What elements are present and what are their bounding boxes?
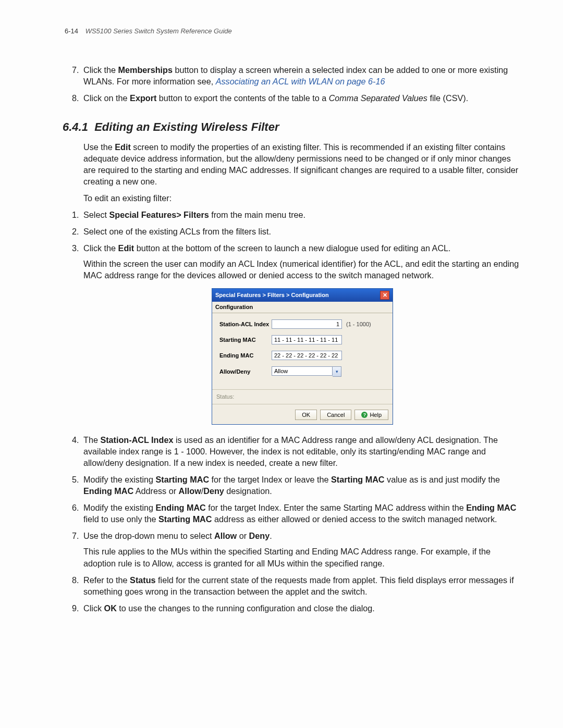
list-item: 7. Use the drop-down menu to select Allo… [83,530,521,569]
page-number: 6-14 [65,27,78,35]
list-item: 9. Click OK to use the changes to the ru… [83,602,521,614]
list-item: 2. Select one of the existing ACLs from … [83,226,521,237]
allow-deny-value[interactable] [272,366,333,376]
section-heading: 6.4.1 Editing an Existing Wireless Filte… [63,119,521,135]
starting-mac-input[interactable] [272,335,342,344]
list-item: 6. Modify the existing Ending MAC for th… [83,502,521,525]
list-item: 7. Click the Memberships button to displ… [83,64,521,87]
help-icon: ? [361,412,368,418]
chevron-down-icon[interactable]: ▾ [333,366,341,377]
cross-ref-link[interactable]: Associating an ACL with WLAN on page 6-1… [216,77,385,86]
divider [212,404,393,404]
row-end-mac: Ending MAC [219,351,385,360]
filter-config-dialog: Special Features > Filters > Configurati… [212,288,393,425]
row-index: Station-ACL Index (1 - 1000) [219,319,385,329]
index-range-hint: (1 - 1000) [346,320,371,328]
form: Station-ACL Index (1 - 1000) Starting MA… [212,313,393,387]
step-note: This rule applies to the MUs within the … [83,546,521,569]
dialog-subheader: Configuration [212,302,393,313]
list-item: 8. Refer to the Status field for the cur… [83,574,521,597]
label-start-mac: Starting MAC [219,336,272,344]
intro-paragraph: Use the Edit screen to modify the proper… [83,141,521,187]
content: 7. Click the Memberships button to displ… [63,64,521,614]
close-button[interactable]: ✕ [380,291,389,300]
allow-deny-select[interactable]: ▾ [272,366,341,377]
label-index: Station-ACL Index [219,320,272,328]
ok-button[interactable]: OK [295,410,317,420]
label-end-mac: Ending MAC [219,352,272,360]
divider [212,389,393,390]
button-row: OK Cancel ? Help [212,406,393,424]
list-item: 3. Click the Edit button at the bottom o… [83,242,521,425]
dialog-title: Special Features > Filters > Configurati… [215,291,329,299]
cancel-button[interactable]: Cancel [320,410,351,420]
list-top: 7. Click the Memberships button to displ… [63,64,521,104]
running-header: 6-14 WS5100 Series Switch System Referen… [65,27,532,35]
status-label: Status: [212,392,393,402]
list-item: 8. Click on the Export button to export … [83,92,521,104]
row-start-mac: Starting MAC [219,335,385,344]
list-item: 5. Modify the existing Starting MAC for … [83,474,521,497]
row-allow-deny: Allow/Deny ▾ [219,366,385,377]
page: 6-14 WS5100 Series Switch System Referen… [0,0,563,728]
lead-in: To edit an existing filter: [83,192,521,204]
doc-title: WS5100 Series Switch System Reference Gu… [85,27,232,35]
station-acl-index-input[interactable] [272,319,342,329]
label-allow-deny: Allow/Deny [219,368,272,376]
dialog-screenshot: Special Features > Filters > Configurati… [83,288,521,425]
help-button[interactable]: ? Help [354,410,388,420]
dialog-titlebar: Special Features > Filters > Configurati… [212,289,393,302]
list-item: 4. The Station-ACL Index is used as an i… [83,434,521,468]
ending-mac-input[interactable] [272,351,342,360]
step-note: Within the screen the user can modify an… [83,258,521,281]
list-item: 1. Select Special Features> Filters from… [83,209,521,220]
steps-list: 1. Select Special Features> Filters from… [63,209,521,613]
